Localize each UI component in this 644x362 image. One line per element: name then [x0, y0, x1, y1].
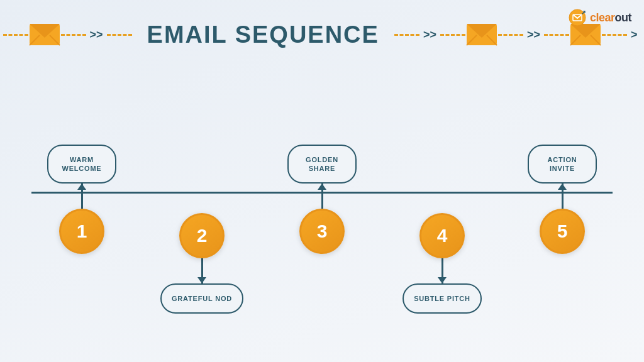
email-icon-1: [28, 21, 61, 48]
label-warm-welcome-text: WARMWELCOME: [62, 155, 101, 173]
arrow-right-2: >>: [423, 28, 436, 41]
step-4-circle: 4: [419, 213, 465, 258]
logo-text: clearout: [590, 11, 631, 25]
arrow-right-4: >: [631, 28, 638, 41]
arrow-right-1: >>: [90, 28, 103, 41]
label-subtle-pitch: SUBTLE PITCH: [402, 283, 482, 314]
step-1: WARMWELCOME 1: [38, 145, 126, 318]
step-2-number: 2: [197, 225, 208, 246]
title-box: EMAIL SEQUENCE: [132, 16, 394, 53]
logo-icon: [569, 9, 586, 26]
step-1-number: 1: [77, 221, 87, 242]
dashed-line-5: [440, 34, 465, 36]
label-grateful-nod: GRATEFUL NOD: [160, 283, 243, 314]
dashed-line-3: [107, 34, 132, 36]
label-action-invite-text: ACTIONINVITE: [548, 155, 577, 173]
step-4-number: 4: [437, 225, 448, 246]
dashed-line-1: [3, 34, 28, 36]
header-banner: >> EMAIL SEQUENCE >> >> >: [0, 0, 644, 69]
step-3: GOLDENSHARE 3: [278, 145, 366, 318]
dashed-line-8: [602, 34, 627, 36]
step-3-circle: 3: [299, 209, 345, 254]
steps-container: WARMWELCOME 1 2 GRATEFUL NOD: [38, 145, 606, 318]
email-icon-2: [465, 21, 498, 48]
label-grateful-nod-text: GRATEFUL NOD: [172, 294, 232, 303]
dashed-line-4: [394, 34, 419, 36]
step-1-circle: 1: [59, 209, 104, 254]
main-title: EMAIL SEQUENCE: [147, 21, 379, 48]
step-5: ACTIONINVITE 5: [518, 145, 606, 318]
dashed-line-2: [61, 34, 86, 36]
timeline-area: WARMWELCOME 1 2 GRATEFUL NOD: [0, 82, 644, 362]
arrow-right-3: >>: [527, 28, 540, 41]
label-golden-share-text: GOLDENSHARE: [306, 155, 338, 173]
step-2-circle: 2: [179, 213, 225, 258]
step-5-circle: 5: [540, 209, 585, 254]
label-subtle-pitch-text: SUBTLE PITCH: [414, 294, 470, 303]
step-5-number: 5: [557, 221, 568, 242]
step-4: 4 SUBTLE PITCH: [398, 149, 486, 314]
label-action-invite: ACTIONINVITE: [528, 145, 597, 184]
step-2: 2 GRATEFUL NOD: [158, 149, 246, 314]
label-warm-welcome: WARMWELCOME: [47, 145, 116, 184]
dashed-line-6: [498, 34, 523, 36]
label-golden-share: GOLDENSHARE: [287, 145, 357, 184]
banner-inner: >> EMAIL SEQUENCE >> >> >: [0, 16, 644, 53]
step-3-number: 3: [317, 221, 328, 242]
logo: clearout: [569, 9, 631, 26]
dashed-line-7: [544, 34, 569, 36]
